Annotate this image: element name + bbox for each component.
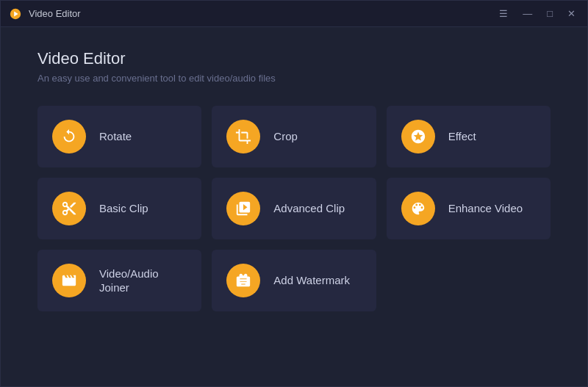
add-watermark-button[interactable]: Add Watermark [212, 250, 376, 311]
window-controls: ☰ — □ ✕ [495, 7, 580, 21]
effect-icon [401, 120, 435, 153]
video-audio-joiner-label: Video/Audio Joiner [99, 267, 187, 295]
menu-btn[interactable]: ☰ [495, 7, 512, 21]
enhance-video-label: Enhance Video [448, 201, 523, 216]
advanced-clip-icon [226, 192, 260, 225]
add-watermark-label: Add Watermark [273, 273, 350, 288]
title-bar: Video Editor ☰ — □ ✕ [1, 1, 587, 27]
crop-label: Crop [273, 129, 298, 144]
rotate-icon [52, 120, 86, 153]
window-title: Video Editor [29, 8, 495, 19]
page-subtitle: An easy use and convenient tool to edit … [37, 73, 551, 84]
advanced-clip-label: Advanced Clip [273, 201, 345, 216]
watermark-icon [226, 264, 260, 297]
palette-icon [401, 192, 435, 225]
app-icon [8, 7, 23, 21]
enhance-video-button[interactable]: Enhance Video [387, 178, 551, 239]
close-btn[interactable]: ✕ [563, 7, 580, 21]
crop-button[interactable]: Crop [212, 106, 376, 167]
main-window: Video Editor ☰ — □ ✕ Video Editor An eas… [0, 0, 588, 387]
minimize-btn[interactable]: — [518, 7, 537, 21]
video-audio-joiner-button[interactable]: Video/Audio Joiner [37, 250, 201, 311]
page-title: Video Editor [37, 49, 551, 68]
maximize-btn[interactable]: □ [542, 7, 557, 21]
crop-icon [226, 120, 260, 153]
feature-grid: Rotate Crop Effect [37, 106, 551, 311]
effect-label: Effect [448, 129, 476, 144]
rotate-button[interactable]: Rotate [37, 106, 201, 167]
basic-clip-label: Basic Clip [99, 201, 148, 216]
rotate-label: Rotate [99, 129, 132, 144]
content-area: Video Editor An easy use and convenient … [1, 27, 587, 386]
film-icon [52, 264, 86, 297]
basic-clip-button[interactable]: Basic Clip [37, 178, 201, 239]
effect-button[interactable]: Effect [387, 106, 551, 167]
advanced-clip-button[interactable]: Advanced Clip [212, 178, 376, 239]
scissors-icon [52, 192, 86, 225]
